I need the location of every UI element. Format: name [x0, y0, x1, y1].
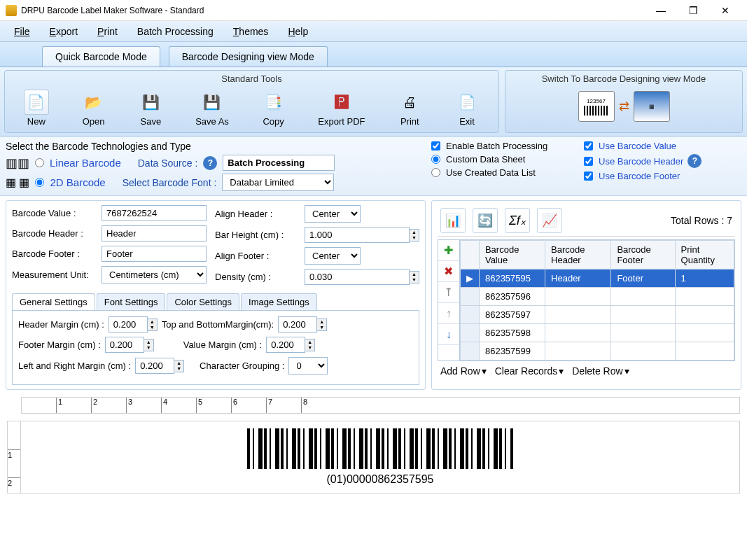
move-up-icon[interactable]: ↑ [438, 303, 459, 324]
tab-general-settings[interactable]: General Settings [12, 293, 95, 310]
bar-height-label: Bar Height (cm) : [215, 230, 305, 240]
move-down-icon[interactable]: ↓ [438, 324, 459, 345]
table-row[interactable]: 862357599 [460, 342, 734, 360]
save-as-icon: 💾 [200, 90, 225, 115]
menu-themes[interactable]: Themes [223, 23, 279, 40]
footer-margin-spinner[interactable]: ▲▼ [105, 337, 154, 353]
preview-area: 12 (01)00000862357595 [0, 416, 747, 498]
barcode-font-select[interactable]: Databar Limited [222, 174, 334, 191]
barcode-header-label: Barcode Header : [12, 228, 102, 239]
window-title: DRPU Barcode Label Maker Software - Stan… [21, 6, 645, 15]
align-footer-select[interactable]: Center [305, 247, 361, 265]
table-row[interactable]: 862357596 [460, 288, 734, 306]
clear-records-button[interactable]: Clear Records ▾ [495, 365, 564, 377]
tab-designing-view-mode[interactable]: Barcode Designing view Mode [169, 46, 328, 66]
print-button[interactable]: 🖨Print [391, 87, 428, 130]
measurement-unit-select[interactable]: Centimeters (cm) [102, 266, 207, 284]
right-pane: 📊 🔄 Σfₓ 📈 Total Rows : 7 ✚ ✖ ⤒ ↑ ↓ Barco… [431, 200, 741, 390]
excel-import-button[interactable]: 📊 [440, 208, 466, 233]
maximize-button[interactable]: ❐ [677, 0, 709, 21]
table-row[interactable]: 862357597 [460, 306, 734, 324]
measurement-unit-label: Measurement Unit: [12, 270, 102, 280]
tab-image-settings[interactable]: Image Settings [241, 293, 317, 310]
help-icon-2[interactable]: ? [687, 154, 701, 168]
barcode-value-label: Barcode Value : [12, 208, 102, 218]
2d-barcode-icon: ▦ ▦ [6, 176, 29, 189]
barcode-footer-input[interactable] [102, 246, 207, 262]
export-pdf-button[interactable]: 🅿Export PDF [312, 87, 370, 130]
tab-quick-barcode-mode[interactable]: Quick Barcode Mode [42, 46, 160, 66]
copy-button[interactable]: 📑Copy [256, 87, 292, 130]
settings-tabs: General Settings Font Settings Color Set… [12, 293, 419, 311]
barcode-header-input[interactable] [102, 225, 207, 241]
menu-file[interactable]: File [4, 23, 40, 40]
save-button[interactable]: 💾Save [132, 87, 169, 130]
minimize-button[interactable]: — [645, 0, 677, 21]
delete-row-button[interactable]: Delete Row ▾ [572, 365, 629, 377]
data-source-field[interactable] [223, 155, 335, 171]
excel-export-button[interactable]: 📈 [537, 208, 562, 233]
open-button[interactable]: 📂Open [76, 87, 112, 130]
save-as-button[interactable]: 💾Save As [190, 87, 235, 130]
density-spinner[interactable]: ▲▼ [305, 269, 419, 285]
delete-row-icon[interactable]: ✖ [438, 261, 459, 282]
col-barcode-footer[interactable]: Barcode Footer [611, 241, 675, 270]
switch-mode-title: Switch To Barcode Designing view Mode [508, 72, 739, 87]
custom-data-sheet-radio[interactable]: Custom Data Sheet [431, 154, 578, 164]
barcode-value-input[interactable] [102, 205, 207, 221]
help-icon[interactable]: ? [203, 156, 217, 170]
top-bottom-margin-spinner[interactable]: ▲▼ [278, 316, 327, 332]
title-bar: DRPU Barcode Label Maker Software - Stan… [0, 0, 747, 21]
switch-mode-button[interactable]: 123567 ⇄ ▦ [508, 87, 739, 126]
align-header-select[interactable]: Center [305, 205, 361, 223]
select-barcode-font-label: Select Barcode Font : [123, 177, 217, 188]
standard-tools-group: Standard Tools 📄New 📂Open 💾Save 💾Save As… [4, 70, 499, 133]
barcode-footer-label: Barcode Footer : [12, 248, 102, 259]
bar-height-spinner[interactable]: ▲▼ [305, 227, 419, 243]
header-margin-spinner[interactable]: ▲▼ [109, 316, 158, 332]
col-barcode-value[interactable]: Barcode Value [479, 241, 545, 270]
main-area: Barcode Value : Barcode Header : Barcode… [0, 196, 747, 394]
menu-print[interactable]: Print [88, 23, 127, 40]
col-print-quantity[interactable]: Print Quantity [675, 241, 734, 270]
char-grouping-select[interactable]: 0 [288, 357, 328, 374]
config-area: Select the Barcode Technologies and Type… [0, 136, 747, 196]
exit-button[interactable]: 📄Exit [449, 87, 485, 130]
barcode-preview-image [247, 428, 513, 469]
ruler-area: 12345678 [0, 394, 747, 416]
exit-icon: 📄 [454, 90, 480, 115]
align-header-label: Align Header : [215, 209, 305, 219]
new-button[interactable]: 📄New [18, 87, 55, 130]
open-folder-icon: 📂 [81, 90, 106, 115]
col-barcode-header[interactable]: Barcode Header [545, 241, 611, 270]
app-icon [6, 5, 17, 16]
add-row-icon[interactable]: ✚ [438, 240, 459, 261]
linear-barcode-radio[interactable]: Linear Barcode [35, 157, 121, 169]
left-right-margin-spinner[interactable]: ▲▼ [135, 358, 184, 374]
refresh-button[interactable]: 🔄 [473, 208, 498, 233]
2d-barcode-radio[interactable]: 2D Barcode [35, 176, 105, 188]
enable-batch-checkbox[interactable]: Enable Batch Processing [431, 141, 578, 151]
barcode-canvas: (01)00000862357595 [21, 421, 740, 493]
menu-batch[interactable]: Batch Processing [127, 23, 223, 40]
tab-font-settings[interactable]: Font Settings [97, 293, 166, 310]
row-action-buttons: ✚ ✖ ⤒ ↑ ↓ [438, 240, 460, 360]
data-table[interactable]: Barcode Value Barcode Header Barcode Foo… [460, 240, 734, 360]
use-barcode-header-checkbox[interactable]: Use Barcode Header [584, 156, 683, 167]
value-margin-spinner[interactable]: ▲▼ [266, 337, 315, 353]
table-row[interactable]: ▶862357595HeaderFooter1 [460, 270, 734, 288]
use-created-data-list-radio[interactable]: Use Created Data List [431, 167, 578, 178]
move-top-icon[interactable]: ⤒ [438, 282, 459, 303]
tab-color-settings[interactable]: Color Settings [167, 293, 239, 310]
table-row[interactable]: 862357598 [460, 324, 734, 342]
add-row-button[interactable]: Add Row ▾ [440, 365, 487, 377]
char-grouping-label: Character Grouping : [200, 360, 284, 371]
menu-help[interactable]: Help [278, 23, 318, 40]
formula-button[interactable]: Σfₓ [505, 208, 530, 233]
menu-bar: File Export Print Batch Processing Theme… [0, 21, 747, 42]
close-button[interactable]: ✕ [709, 0, 741, 21]
use-barcode-footer-checkbox[interactable]: Use Barcode Footer [584, 171, 741, 181]
use-barcode-value-checkbox[interactable]: Use Barcode Value [584, 141, 741, 151]
printer-icon: 🖨 [397, 90, 422, 115]
menu-export[interactable]: Export [40, 23, 88, 40]
